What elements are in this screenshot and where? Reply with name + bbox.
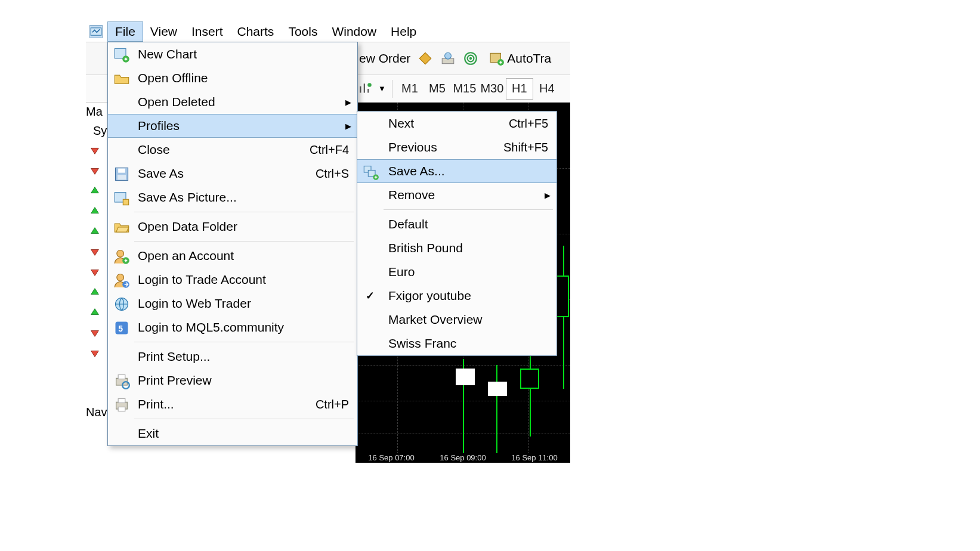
timeframe-m15[interactable]: M15	[451, 78, 478, 100]
profiles-british-pound[interactable]: British Pound	[357, 236, 557, 260]
timeframe-m1[interactable]: M1	[396, 78, 423, 100]
file-print[interactable]: Print... Ctrl+P	[108, 392, 357, 416]
market-watch-header[interactable]: Ma	[86, 105, 103, 119]
file-open-offline[interactable]: Open Offline	[108, 66, 357, 90]
app-icon	[89, 25, 103, 38]
profiles-next[interactable]: Next Ctrl+F5	[357, 112, 557, 135]
candle-body-white	[488, 382, 507, 396]
svg-point-11	[367, 83, 372, 87]
menu-insert[interactable]: Insert	[184, 21, 230, 42]
svg-rect-16	[118, 175, 126, 179]
price-direction-arrow	[88, 144, 101, 157]
file-close[interactable]: Close Ctrl+F4	[108, 138, 357, 162]
profiles-swiss-franc[interactable]: Swiss Franc	[357, 332, 557, 355]
profiles-remove[interactable]: Remove ▶	[357, 183, 557, 207]
print-preview-icon	[112, 371, 132, 391]
price-direction-arrow	[88, 346, 101, 360]
file-open-deleted[interactable]: Open Deleted ▶	[108, 90, 357, 114]
svg-point-21	[117, 274, 124, 281]
price-direction-arrow	[88, 225, 101, 238]
candle-body-white	[456, 369, 475, 385]
candle-wick	[530, 353, 531, 437]
chart-style-dropdown[interactable]: ▼	[355, 77, 388, 101]
svg-rect-27	[118, 375, 125, 379]
timeframe-m5[interactable]: M5	[423, 78, 451, 100]
submenu-arrow-icon: ▶	[545, 191, 551, 200]
candle-wick	[563, 246, 564, 389]
market-watch-arrows	[88, 144, 104, 367]
file-open-account[interactable]: Open an Account	[108, 244, 357, 268]
timeframe-h1[interactable]: H1	[506, 78, 533, 100]
svg-point-19	[117, 250, 124, 258]
file-save-as-picture[interactable]: Save As Picture...	[108, 185, 357, 209]
file-menu-dropdown: New Chart Open Offline Open Deleted ▶ Pr…	[107, 42, 358, 446]
price-direction-arrow	[88, 306, 101, 319]
svg-rect-15	[118, 169, 125, 173]
candle-wick	[496, 365, 497, 460]
profiles-fxigor[interactable]: ✓ Fxigor youtube	[357, 284, 557, 308]
check-icon: ✓	[366, 289, 375, 302]
price-direction-arrow	[88, 326, 101, 339]
symbol-cell[interactable]: Sy	[93, 124, 107, 138]
price-direction-arrow	[88, 164, 101, 177]
menu-window[interactable]: Window	[324, 21, 384, 42]
autotrade-button[interactable]: AutoTra	[486, 47, 555, 70]
toolbar-icon-market[interactable]	[437, 47, 459, 70]
file-login-mql5[interactable]: 5 Login to MQL5.community	[108, 315, 357, 339]
profiles-save-as[interactable]: Save As...	[357, 159, 557, 183]
menubar: File View Insert Charts Tools Window Hel…	[86, 21, 570, 42]
screenshot-stage: + File View Insert Charts Tools Window H…	[0, 0, 980, 551]
file-profiles[interactable]: Profiles ▶	[108, 114, 357, 138]
plus-chart-icon	[112, 45, 132, 65]
menu-file-label: File	[115, 24, 135, 39]
file-exit[interactable]: Exit	[108, 422, 357, 445]
profiles-default[interactable]: Default	[357, 212, 557, 236]
printer-icon	[112, 395, 132, 415]
floppy-icon	[112, 164, 132, 184]
file-print-setup[interactable]: Print Setup...	[108, 345, 357, 369]
folder-open-icon	[112, 217, 132, 237]
price-direction-arrow	[88, 205, 101, 218]
user-plus-icon	[112, 246, 132, 267]
svg-point-8	[469, 57, 472, 60]
menu-charts[interactable]: Charts	[230, 21, 282, 42]
menu-tools[interactable]: Tools	[281, 21, 324, 42]
menu-view[interactable]: View	[143, 21, 184, 42]
folder-icon	[112, 69, 132, 89]
chart-x-axis: 16 Sep 07:00 16 Sep 09:00 16 Sep 11:00	[355, 453, 570, 463]
timeframe-m30[interactable]: M30	[478, 78, 506, 100]
file-new-chart[interactable]: New Chart	[108, 42, 357, 66]
svg-point-5	[445, 52, 452, 59]
submenu-arrow-icon: ▶	[345, 98, 351, 107]
profiles-euro[interactable]: Euro	[357, 260, 557, 284]
toolbar-icon-signals[interactable]	[459, 47, 482, 70]
profiles-submenu: Next Ctrl+F5 Previous Shift+F5 Save As..…	[357, 111, 557, 356]
file-login-web[interactable]: Login to Web Trader	[108, 292, 357, 315]
picture-icon	[112, 188, 132, 208]
file-save-as[interactable]: Save As Ctrl+S	[108, 162, 357, 185]
navigator-header[interactable]: Nav	[86, 405, 107, 419]
timeframe-h4[interactable]: H4	[533, 78, 561, 100]
menu-file[interactable]: File	[107, 21, 143, 42]
svg-rect-18	[123, 199, 128, 205]
price-direction-arrow	[88, 184, 101, 197]
new-order-button[interactable]: ew Order	[355, 47, 414, 70]
submenu-arrow-icon: ▶	[345, 122, 351, 131]
profile-save-icon	[361, 162, 381, 182]
mql5-icon: 5	[112, 318, 132, 338]
price-direction-arrow	[88, 245, 101, 258]
file-print-preview[interactable]: Print Preview	[108, 369, 357, 392]
file-open-data-folder[interactable]: Open Data Folder	[108, 215, 357, 239]
file-login-trade[interactable]: Login to Trade Account	[108, 268, 357, 292]
profiles-market-overview[interactable]: Market Overview	[357, 308, 557, 332]
price-direction-arrow	[88, 286, 101, 299]
profiles-previous[interactable]: Previous Shift+F5	[357, 135, 557, 159]
app-window: + File View Insert Charts Tools Window H…	[86, 21, 570, 463]
svg-rect-31	[118, 407, 125, 411]
svg-text:5: 5	[118, 324, 123, 333]
candle-body	[520, 369, 539, 389]
price-direction-arrow	[88, 265, 101, 278]
user-login-icon	[112, 270, 132, 290]
toolbar-icon-gold[interactable]	[414, 47, 437, 70]
menu-help[interactable]: Help	[384, 21, 423, 42]
